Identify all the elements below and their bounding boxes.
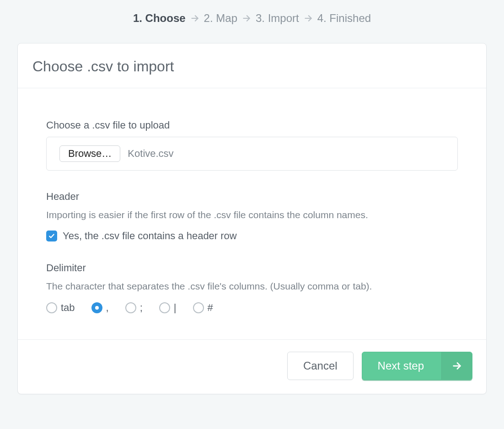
header-checkbox-row[interactable]: Yes, the .csv file contains a header row xyxy=(46,230,458,242)
radio-icon xyxy=(159,302,170,313)
delimiter-field-group: Delimiter The character that separates t… xyxy=(46,262,458,313)
radio-icon xyxy=(193,302,204,313)
file-field-group: Choose a .csv file to upload Browse… Kot… xyxy=(46,119,458,171)
card-header: Choose .csv to import xyxy=(18,43,486,88)
wizard-steps: 1. Choose 2. Map 3. Import 4. Finished xyxy=(0,0,504,43)
delimiter-radio-group: tab , ; | # xyxy=(46,302,458,314)
cancel-button[interactable]: Cancel xyxy=(287,352,354,380)
next-step-button[interactable]: Next step xyxy=(362,352,472,380)
delimiter-option-tab[interactable]: tab xyxy=(46,302,75,314)
delimiter-option-hash[interactable]: # xyxy=(193,302,213,314)
radio-label: tab xyxy=(61,302,75,314)
next-step-label: Next step xyxy=(378,352,424,380)
card-title: Choose .csv to import xyxy=(32,58,472,75)
step-choose[interactable]: 1. Choose xyxy=(133,12,186,25)
arrow-right-icon xyxy=(242,14,251,23)
delimiter-help: The character that separates the .csv fi… xyxy=(46,279,458,293)
radio-label: | xyxy=(174,302,177,314)
file-label: Choose a .csv file to upload xyxy=(46,119,458,131)
delimiter-title: Delimiter xyxy=(46,262,458,274)
radio-icon xyxy=(125,302,136,313)
delimiter-option-comma[interactable]: , xyxy=(91,302,109,314)
radio-label: , xyxy=(106,302,109,314)
file-input[interactable]: Browse… Kotive.csv xyxy=(46,137,458,171)
step-map[interactable]: 2. Map xyxy=(204,12,237,25)
card-body: Choose a .csv file to upload Browse… Kot… xyxy=(18,88,486,339)
radio-icon xyxy=(91,302,102,313)
delimiter-option-pipe[interactable]: | xyxy=(159,302,177,314)
browse-button[interactable]: Browse… xyxy=(59,145,120,162)
arrow-right-icon xyxy=(304,14,313,23)
step-import[interactable]: 3. Import xyxy=(256,12,299,25)
delimiter-option-semicolon[interactable]: ; xyxy=(125,302,143,314)
radio-label: # xyxy=(208,302,213,314)
arrow-right-icon xyxy=(190,14,199,23)
header-field-group: Header Importing is easier if the first … xyxy=(46,191,458,242)
import-card: Choose .csv to import Choose a .csv file… xyxy=(17,43,487,394)
header-help: Importing is easier if the first row of … xyxy=(46,208,458,222)
card-footer: Cancel Next step xyxy=(18,339,486,394)
radio-icon xyxy=(46,302,57,313)
selected-file-name: Kotive.csv xyxy=(128,148,173,160)
check-icon xyxy=(48,233,55,239)
radio-label: ; xyxy=(140,302,143,314)
arrow-right-icon xyxy=(441,352,472,380)
step-finished[interactable]: 4. Finished xyxy=(317,12,371,25)
header-checkbox-label: Yes, the .csv file contains a header row xyxy=(63,230,237,242)
header-checkbox[interactable] xyxy=(46,231,57,241)
header-title: Header xyxy=(46,191,458,203)
